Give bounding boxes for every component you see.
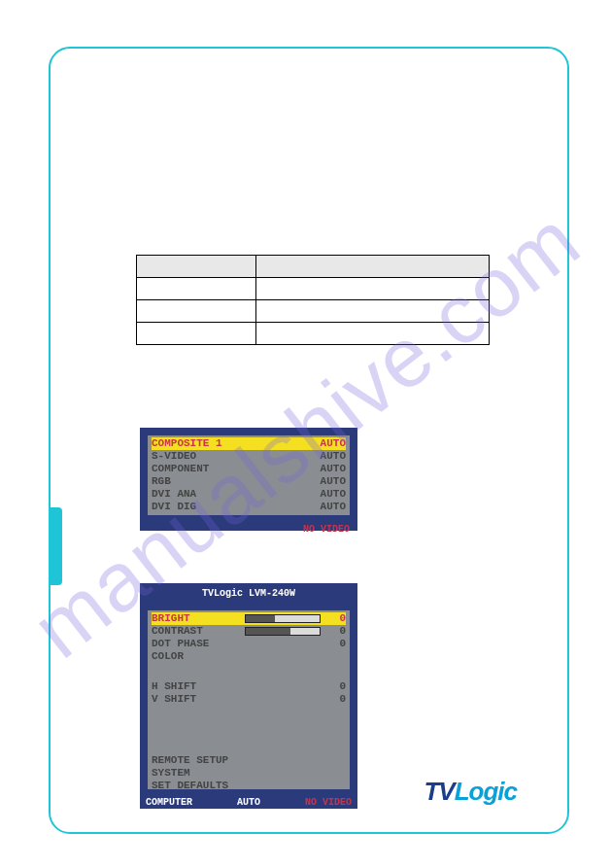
osd-input-menu: COMPOSITE 1AUTOS-VIDEOAUTOCOMPONENTAUTOR… (140, 428, 357, 531)
osd-item-label: COMPOSITE 1 (152, 437, 239, 450)
brand-logo: TVLogic (424, 777, 517, 807)
osd-item-value: AUTO (321, 488, 346, 501)
osd-item-label: V SHIFT (152, 693, 239, 706)
osd-item-value: 0 (326, 638, 346, 650)
osd-item-label: DOT PHASE (152, 638, 239, 650)
osd-menu-item[interactable]: SYSTEM (152, 767, 346, 780)
osd-footer-status: NO VIDEO (305, 797, 352, 808)
osd-menu-item[interactable]: COMPOSITE 1AUTO (152, 437, 346, 450)
osd-item-label: RGB (152, 475, 239, 488)
brand-logic: Logic (455, 777, 517, 806)
osd-menu-item[interactable]: DVI DIGAUTO (152, 501, 346, 513)
slider-fill (246, 628, 290, 635)
osd-item-value: 0 (326, 625, 346, 638)
osd-item-value: AUTO (321, 450, 346, 463)
osd-item-label: BRIGHT (152, 612, 239, 625)
osd-menu-item[interactable]: S-VIDEOAUTO (152, 450, 346, 463)
osd-item-value: 0 (326, 693, 346, 706)
side-tab (51, 507, 62, 585)
osd-menu-item[interactable]: RGBAUTO (152, 475, 346, 488)
osd-item-label: SET DEFAULTS (152, 780, 239, 792)
osd-picture-menu: TVLogic LVM-240W BRIGHT0CONTRAST0DOT PHA… (140, 583, 357, 809)
osd-item-value: AUTO (321, 501, 346, 513)
osd-item-label: DVI ANA (152, 488, 239, 501)
osd-item-label: CONTRAST (152, 625, 239, 638)
osd-item-value: 0 (326, 612, 346, 625)
osd-menu-item[interactable]: H SHIFT0 (152, 680, 346, 693)
osd-menu-item[interactable]: DOT PHASE0 (152, 638, 346, 650)
osd-menu-item[interactable]: BRIGHT0 (152, 612, 346, 625)
osd-item-label: REMOTE SETUP (152, 754, 239, 767)
slider-fill (246, 615, 275, 622)
osd-item-label: DVI DIG (152, 501, 239, 513)
osd-footer-input: COMPUTER (146, 797, 192, 808)
osd-menu-item[interactable]: CONTRAST0 (152, 625, 346, 638)
osd-item-label: COLOR (152, 650, 239, 663)
page-card: COMPOSITE 1AUTOS-VIDEOAUTOCOMPONENTAUTOR… (49, 47, 569, 834)
osd-footer-mode: AUTO (237, 797, 260, 808)
table-row (137, 300, 490, 323)
osd-item-label: S-VIDEO (152, 450, 239, 463)
osd-menu-item[interactable]: DVI ANAAUTO (152, 488, 346, 501)
osd-status: NO VIDEO (140, 523, 357, 539)
osd-item-label: COMPONENT (152, 463, 239, 475)
osd-item-label: H SHIFT (152, 680, 239, 693)
osd-footer: COMPUTER AUTO NO VIDEO (140, 797, 357, 814)
osd-menu-item[interactable]: V SHIFT0 (152, 693, 346, 706)
slider-track[interactable] (245, 627, 321, 636)
spec-table (136, 255, 490, 345)
osd-menu-item[interactable]: COMPONENTAUTO (152, 463, 346, 475)
osd-item-value: 0 (326, 680, 346, 693)
osd-title: TVLogic LVM-240W (140, 583, 357, 603)
table-row (137, 256, 490, 278)
osd-menu-item[interactable]: REMOTE SETUP (152, 754, 346, 767)
osd-item-value (326, 650, 346, 663)
table-row (137, 278, 490, 300)
osd-item-value: AUTO (321, 463, 346, 475)
table-row (137, 323, 490, 345)
osd-menu-item[interactable]: SET DEFAULTS (152, 780, 346, 792)
osd-item-label: SYSTEM (152, 767, 239, 780)
osd-menu-item[interactable]: COLOR (152, 650, 346, 663)
osd-item-value: AUTO (321, 475, 346, 488)
osd-item-value: AUTO (321, 437, 346, 450)
brand-tv: TV (424, 777, 454, 806)
slider-track[interactable] (245, 614, 321, 623)
